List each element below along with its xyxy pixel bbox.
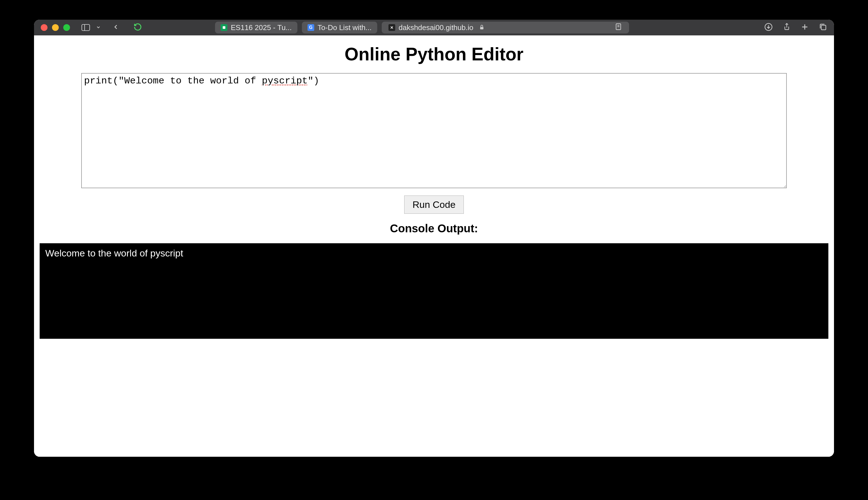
console-output: Welcome to the world of pyscript — [40, 243, 828, 339]
svg-rect-2 — [223, 26, 225, 29]
tab-es116[interactable]: ES116 2025 - Tu... — [215, 22, 297, 33]
share-icon[interactable] — [783, 23, 791, 32]
page-title: Online Python Editor — [34, 44, 834, 65]
tab-label: To-Do List with... — [318, 23, 371, 32]
address-bar[interactable]: ✕ dakshdesai00.github.io — [382, 22, 629, 33]
traffic-lights — [41, 24, 70, 31]
console-line: Welcome to the world of pyscript — [45, 248, 823, 259]
downloads-icon[interactable] — [764, 23, 773, 32]
editor-container: print("Welcome to the world of pyscript"… — [34, 73, 834, 188]
lock-icon — [479, 23, 485, 32]
favicon-icon — [221, 24, 227, 31]
tabs-area: ES116 2025 - Tu... G To-Do List with... … — [215, 22, 764, 33]
back-button-icon[interactable] — [112, 23, 120, 32]
minimize-window-button[interactable] — [52, 24, 59, 31]
maximize-window-button[interactable] — [63, 24, 70, 31]
close-window-button[interactable] — [41, 24, 47, 31]
code-text-spellcheck-word: pyscript — [262, 76, 308, 86]
titlebar-right-controls — [764, 23, 827, 32]
svg-rect-12 — [821, 25, 826, 30]
chevron-down-icon[interactable] — [96, 24, 101, 32]
code-editor[interactable]: print("Welcome to the world of pyscript"… — [81, 73, 787, 188]
browser-window: ES116 2025 - Tu... G To-Do List with... … — [34, 20, 834, 457]
console-heading: Console Output: — [34, 222, 834, 235]
code-text-suffix: ") — [308, 76, 319, 86]
page-content: Online Python Editor print("Welcome to t… — [34, 35, 834, 457]
tab-label: ES116 2025 - Tu... — [231, 23, 292, 32]
new-tab-icon[interactable] — [801, 23, 809, 32]
titlebar: ES116 2025 - Tu... G To-Do List with... … — [34, 20, 834, 35]
titlebar-left-controls — [81, 23, 142, 32]
code-text-prefix: print("Welcome to the world of — [84, 76, 262, 86]
sidebar-toggle-icon[interactable] — [81, 24, 90, 32]
svg-rect-3 — [480, 27, 483, 29]
tab-overview-icon[interactable] — [819, 23, 827, 32]
run-code-button[interactable]: Run Code — [404, 195, 464, 214]
reload-icon[interactable] — [134, 23, 142, 32]
tab-todo[interactable]: G To-Do List with... — [302, 22, 377, 33]
address-text: dakshdesai00.github.io — [399, 23, 474, 32]
button-row: Run Code — [34, 195, 834, 214]
favicon-icon: ✕ — [388, 24, 395, 31]
reader-mode-icon[interactable] — [614, 23, 622, 33]
favicon-icon: G — [308, 24, 314, 31]
svg-rect-0 — [82, 24, 90, 31]
